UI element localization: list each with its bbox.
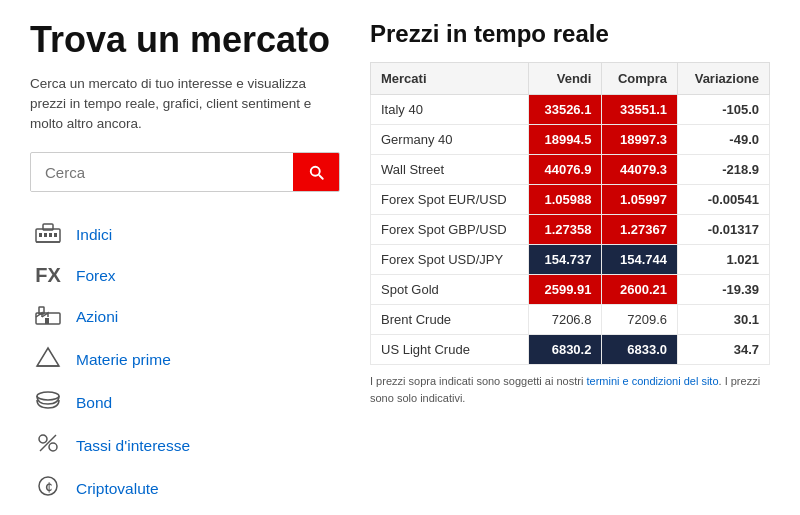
cell-compra: 1.27367 [602, 215, 678, 245]
cell-market: Germany 40 [371, 125, 529, 155]
cell-market: Spot Gold [371, 275, 529, 305]
search-button[interactable] [293, 153, 339, 191]
search-input[interactable] [31, 154, 293, 191]
cell-variazione: 1.021 [678, 245, 770, 275]
factory-icon [34, 303, 62, 330]
svg-rect-9 [45, 318, 49, 324]
right-panel: Prezzi in tempo reale Mercati Vendi Comp… [370, 20, 770, 509]
cell-variazione: -0.01317 [678, 215, 770, 245]
sidebar-item-forex[interactable]: FX Forex [30, 257, 340, 294]
col-mercati: Mercati [371, 63, 529, 95]
cell-vendi: 1.05988 [529, 185, 602, 215]
cell-variazione: -49.0 [678, 125, 770, 155]
cell-compra: 2600.21 [602, 275, 678, 305]
cell-market: Forex Spot GBP/USD [371, 215, 529, 245]
sidebar-item-criptovalute-label: Criptovalute [76, 480, 159, 498]
cell-market: US Light Crude [371, 335, 529, 365]
layers-icon [34, 389, 62, 416]
svg-text:₵: ₵ [45, 481, 52, 493]
disclaimer-text: I prezzi sopra indicati sono soggetti ai… [370, 375, 586, 387]
fx-icon: FX [34, 264, 62, 287]
cell-vendi: 6830.2 [529, 335, 602, 365]
svg-marker-10 [37, 348, 59, 366]
left-panel: Trova un mercato Cerca un mercato di tuo… [30, 20, 340, 509]
prices-title: Prezzi in tempo reale [370, 20, 770, 48]
coin-icon: ₵ [34, 475, 62, 502]
svg-point-13 [39, 435, 47, 443]
svg-rect-3 [49, 233, 52, 237]
col-variazione: Variazione [678, 63, 770, 95]
cell-market: Brent Crude [371, 305, 529, 335]
sidebar-item-indici[interactable]: Indici [30, 214, 340, 255]
cell-variazione: 30.1 [678, 305, 770, 335]
table-row: Forex Spot USD/JPY154.737154.7441.021 [371, 245, 770, 275]
svg-point-12 [37, 392, 59, 400]
page-description: Cerca un mercato di tuo interesse e visu… [30, 74, 340, 135]
cell-compra: 154.744 [602, 245, 678, 275]
svg-rect-2 [44, 233, 47, 237]
table-row: Forex Spot GBP/USD1.273581.27367-0.01317 [371, 215, 770, 245]
table-row: US Light Crude6830.26833.034.7 [371, 335, 770, 365]
table-row: Germany 4018994.518997.3-49.0 [371, 125, 770, 155]
nav-list: Indici FX Forex Azioni [30, 214, 340, 509]
col-compra: Compra [602, 63, 678, 95]
table-row: Forex Spot EUR/USD1.059881.05997-0.00541 [371, 185, 770, 215]
sidebar-item-forex-label: Forex [76, 267, 116, 285]
cell-compra: 7209.6 [602, 305, 678, 335]
page-title: Trova un mercato [30, 20, 340, 60]
cell-market: Italy 40 [371, 95, 529, 125]
col-vendi: Vendi [529, 63, 602, 95]
svg-point-14 [49, 443, 57, 451]
cell-vendi: 33526.1 [529, 95, 602, 125]
sidebar-item-materie-prime[interactable]: Materie prime [30, 339, 340, 380]
cell-variazione: -105.0 [678, 95, 770, 125]
sidebar-item-bond-label: Bond [76, 394, 112, 412]
cell-market: Wall Street [371, 155, 529, 185]
cell-market: Forex Spot EUR/USD [371, 185, 529, 215]
cell-compra: 44079.3 [602, 155, 678, 185]
cell-vendi: 44076.9 [529, 155, 602, 185]
pyramid-icon [34, 346, 62, 373]
cell-vendi: 7206.8 [529, 305, 602, 335]
table-row: Brent Crude7206.87209.630.1 [371, 305, 770, 335]
cell-compra: 33551.1 [602, 95, 678, 125]
percent-icon [34, 432, 62, 459]
cell-variazione: -218.9 [678, 155, 770, 185]
search-bar [30, 152, 340, 192]
table-row: Spot Gold2599.912600.21-19.39 [371, 275, 770, 305]
cell-vendi: 2599.91 [529, 275, 602, 305]
cell-vendi: 154.737 [529, 245, 602, 275]
disclaimer-link[interactable]: termini e condizioni del sito [586, 375, 718, 387]
sidebar-item-indici-label: Indici [76, 226, 112, 244]
sidebar-item-azioni-label: Azioni [76, 308, 118, 326]
price-table: Mercati Vendi Compra Variazione Italy 40… [370, 62, 770, 365]
table-header-row: Mercati Vendi Compra Variazione [371, 63, 770, 95]
sidebar-item-tassi-label: Tassi d'interesse [76, 437, 190, 455]
sidebar-item-azioni[interactable]: Azioni [30, 296, 340, 337]
table-row: Italy 4033526.133551.1-105.0 [371, 95, 770, 125]
sidebar-item-criptovalute[interactable]: ₵ Criptovalute [30, 468, 340, 509]
search-icon [307, 163, 325, 181]
cell-vendi: 18994.5 [529, 125, 602, 155]
sidebar-item-bond[interactable]: Bond [30, 382, 340, 423]
svg-rect-1 [39, 233, 42, 237]
building-icon [34, 221, 62, 248]
cell-variazione: 34.7 [678, 335, 770, 365]
disclaimer: I prezzi sopra indicati sono soggetti ai… [370, 373, 770, 406]
cell-variazione: -0.00541 [678, 185, 770, 215]
cell-compra: 18997.3 [602, 125, 678, 155]
cell-market: Forex Spot USD/JPY [371, 245, 529, 275]
cell-compra: 6833.0 [602, 335, 678, 365]
cell-vendi: 1.27358 [529, 215, 602, 245]
cell-compra: 1.05997 [602, 185, 678, 215]
cell-variazione: -19.39 [678, 275, 770, 305]
svg-rect-4 [54, 233, 57, 237]
table-row: Wall Street44076.944079.3-218.9 [371, 155, 770, 185]
sidebar-item-materie-prime-label: Materie prime [76, 351, 171, 369]
sidebar-item-tassi[interactable]: Tassi d'interesse [30, 425, 340, 466]
